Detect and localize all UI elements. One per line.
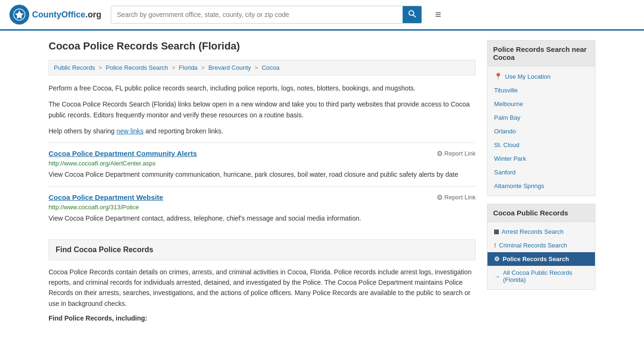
report-link-2[interactable]: ⚙ Report Link [437, 193, 476, 202]
breadcrumb-brevard-county[interactable]: Brevard County [208, 64, 251, 71]
sidebar-nearby-section: Police Records Search near Cocoa 📍 Use M… [487, 40, 595, 196]
report-icon-2: ⚙ [437, 193, 443, 202]
find-subtitle: Find Police Records, including: [49, 314, 476, 322]
exclaim-icon-criminal: ! [494, 242, 496, 249]
menu-button[interactable]: ≡ [431, 7, 445, 23]
sidebar-item-arrest-records[interactable]: Arrest Records Search [487, 225, 595, 239]
find-heading: Find Cocoa Police Records [56, 246, 469, 254]
sidebar-item-st-cloud[interactable]: St. Cloud [487, 138, 595, 152]
record-url-1[interactable]: http://www.cocoafl.org/AlertCenter.aspx [49, 160, 476, 167]
report-link-1[interactable]: ⚙ Report Link [437, 149, 476, 158]
sidebar-item-winter-park[interactable]: Winter Park [487, 152, 595, 165]
sidebar-item-police-records[interactable]: ⚙ Police Records Search [487, 252, 595, 266]
find-description: Cocoa Police Records contain details on … [49, 267, 476, 309]
main-container: Cocoa Police Records Search (Florida) Pu… [39, 31, 605, 331]
record-url-2[interactable]: http://www.cocoafl.org/313/Police [49, 204, 476, 211]
sidebar: Police Records Search near Cocoa 📍 Use M… [487, 40, 595, 322]
record-title-1[interactable]: Cocoa Police Department Community Alerts [49, 149, 197, 157]
record-title-2[interactable]: Cocoa Police Department Website [49, 193, 163, 201]
gear-icon-police: ⚙ [494, 255, 500, 263]
sidebar-item-altamonte-springs[interactable]: Altamonte Springs [487, 179, 595, 193]
site-header: CountyOffice.org ≡ [0, 0, 644, 31]
use-location-link[interactable]: Use My Location [505, 73, 551, 80]
logo-icon [9, 5, 29, 25]
sidebar-item-palm-bay[interactable]: Palm Bay [487, 111, 595, 124]
sidebar-item-criminal-records[interactable]: ! Criminal Records Search [487, 239, 595, 252]
arrow-icon-all: → [494, 273, 500, 280]
record-entry-2: Cocoa Police Department Website ⚙ Report… [49, 186, 476, 230]
breadcrumb-public-records[interactable]: Public Records [54, 64, 95, 71]
intro-paragraph-3: Help others by sharing new links and rep… [49, 126, 476, 136]
record-desc-2: View Cocoa Police Department contact, ad… [49, 214, 476, 223]
breadcrumb: Public Records > Police Records Search >… [49, 60, 476, 75]
page-title: Cocoa Police Records Search (Florida) [49, 40, 476, 52]
intro-paragraph-2: The Cocoa Police Records Search (Florida… [49, 99, 476, 120]
logo[interactable]: CountyOffice.org [9, 5, 101, 25]
sidebar-public-records-items: Arrest Records Search ! Criminal Records… [487, 222, 595, 289]
sidebar-item-sanford[interactable]: Sanford [487, 165, 595, 179]
content-area: Cocoa Police Records Search (Florida) Pu… [49, 40, 476, 322]
breadcrumb-cocoa[interactable]: Cocoa [262, 64, 280, 71]
intro-paragraph-1: Perform a free Cocoa, FL public police r… [49, 83, 476, 93]
report-icon-1: ⚙ [437, 149, 443, 158]
breadcrumb-florida[interactable]: Florida [179, 64, 198, 71]
record-desc-1: View Cocoa Police Department community c… [49, 170, 476, 180]
location-pin-icon: 📍 [494, 73, 502, 80]
search-input[interactable] [111, 7, 403, 22]
sidebar-nearby-header: Police Records Search near Cocoa [487, 41, 595, 66]
sidebar-item-orlando[interactable]: Orlando [487, 124, 595, 138]
square-icon-arrest [494, 230, 499, 234]
logo-text: CountyOffice.org [32, 10, 101, 20]
search-button[interactable] [403, 6, 421, 23]
record-entry-1: Cocoa Police Department Community Alerts… [49, 142, 476, 186]
sidebar-nearby-items: 📍 Use My Location Titusville Melbourne P… [487, 66, 595, 196]
sidebar-use-location[interactable]: 📍 Use My Location [487, 69, 595, 83]
sidebar-item-titusville[interactable]: Titusville [487, 83, 595, 97]
svg-line-2 [413, 15, 416, 17]
new-links-link[interactable]: new links [116, 127, 144, 135]
breadcrumb-police-records-search[interactable]: Police Records Search [106, 64, 168, 71]
sidebar-item-melbourne[interactable]: Melbourne [487, 97, 595, 111]
search-bar [111, 6, 422, 24]
find-section: Find Cocoa Police Records [49, 239, 476, 260]
sidebar-public-records-section: Cocoa Public Records Arrest Records Sear… [487, 204, 595, 290]
sidebar-item-all-public-records[interactable]: → All Cocoa Public Records (Florida) [487, 266, 595, 287]
sidebar-public-records-header: Cocoa Public Records [487, 204, 595, 222]
